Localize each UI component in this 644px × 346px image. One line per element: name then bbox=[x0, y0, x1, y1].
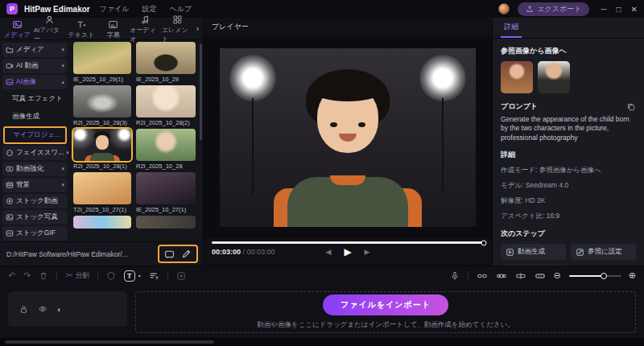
media-thumbnail[interactable] bbox=[136, 85, 196, 117]
sidebar-item-stock-gif[interactable]: ストックGIF bbox=[2, 226, 68, 241]
copy-icon[interactable] bbox=[626, 102, 636, 112]
sidebar-item-ai-video[interactable]: AI 動画▾ bbox=[2, 59, 68, 73]
media-thumbnail[interactable] bbox=[136, 129, 196, 161]
tab-subtitles[interactable]: 字幕 bbox=[97, 19, 129, 39]
media-thumbnail[interactable] bbox=[136, 216, 196, 229]
sidebar-item-video-enhance[interactable]: 動画強化▾ bbox=[2, 162, 68, 176]
player-stage bbox=[204, 37, 492, 238]
protect-button[interactable] bbox=[106, 271, 116, 281]
zoom-slider-knob[interactable] bbox=[601, 273, 607, 279]
sidebar-item-ai-image[interactable]: AI画像▴ bbox=[2, 75, 68, 89]
text-tool-icon: T bbox=[124, 270, 135, 282]
tabbar-expand-icon[interactable]: › bbox=[194, 24, 201, 33]
subtitle-icon bbox=[108, 19, 118, 30]
play-button[interactable]: ▶ bbox=[344, 246, 351, 257]
feedback-icon[interactable] bbox=[461, 4, 472, 14]
prev-frame-button[interactable]: ◀ bbox=[325, 248, 331, 256]
text-tool-button[interactable]: T▾ bbox=[124, 270, 141, 282]
media-thumbnail-selected[interactable] bbox=[73, 129, 131, 161]
sidebar-item-stock-photo[interactable]: ストック写真 bbox=[2, 210, 68, 224]
seek-knob[interactable] bbox=[481, 240, 487, 245]
media-item[interactable]: R2I_2025_10_28 bbox=[136, 129, 196, 170]
media-thumbnail[interactable] bbox=[73, 216, 131, 229]
zoom-to-fit-button[interactable] bbox=[176, 271, 186, 281]
media-thumbnail[interactable] bbox=[73, 42, 131, 74]
reference-image-2[interactable] bbox=[538, 61, 570, 93]
media-grid: IE_2025_10_29(1) IE_2025_10_29 R2I_2025_… bbox=[70, 40, 203, 241]
media-item-selected[interactable]: R2I_2025_10_28(1) bbox=[73, 129, 131, 170]
track-mode-button[interactable] bbox=[535, 270, 546, 282]
layout-icon[interactable] bbox=[443, 4, 453, 14]
tab-ai-avatar[interactable]: AIアバター bbox=[34, 14, 65, 43]
close-button[interactable]: ✕ bbox=[631, 5, 638, 14]
tab-media[interactable]: メディア bbox=[2, 19, 33, 39]
sidebar-item-background[interactable]: 背景▾ bbox=[2, 178, 68, 192]
path-actions-highlight bbox=[158, 245, 198, 263]
tab-text[interactable]: テキスト bbox=[66, 19, 97, 39]
sidebar-item-photo-effects[interactable]: 写真 エフェクト bbox=[2, 91, 68, 107]
media-thumbnail[interactable] bbox=[73, 85, 131, 117]
remove-subtitle-button[interactable] bbox=[149, 270, 159, 281]
voiceover-button[interactable] bbox=[450, 271, 460, 281]
media-item[interactable]: IE_2025_10_29 bbox=[136, 42, 196, 83]
media-item[interactable]: R2I_2025_10_28(2) bbox=[136, 85, 196, 126]
link-clips-button[interactable] bbox=[477, 270, 488, 282]
menu-help[interactable]: ヘルプ bbox=[167, 4, 196, 14]
media-item[interactable]: IE_2025_10_27(1) bbox=[136, 172, 196, 213]
sidebar-item-image-generation[interactable]: 画像生成 bbox=[2, 109, 68, 125]
maximize-button[interactable]: □ bbox=[617, 5, 621, 14]
stock-video-icon bbox=[6, 197, 14, 205]
delete-button[interactable] bbox=[39, 271, 48, 281]
prompt-label: プロンプト bbox=[501, 101, 538, 112]
grid-scrollbar[interactable] bbox=[200, 43, 202, 140]
import-files-button[interactable]: ファイルをインポート bbox=[323, 295, 448, 315]
next-frame-button[interactable]: ▶ bbox=[365, 248, 370, 256]
tab-elements[interactable]: エレメント bbox=[162, 14, 193, 43]
menu-file[interactable]: ファイル bbox=[97, 4, 133, 14]
media-item[interactable]: R2I_2025_10_28(3) bbox=[73, 85, 131, 126]
microphone-icon bbox=[450, 271, 460, 281]
media-thumbnail[interactable] bbox=[136, 42, 196, 74]
tab-details[interactable]: 詳細 bbox=[501, 22, 522, 38]
media-thumbnail[interactable] bbox=[136, 172, 196, 204]
media-item[interactable]: T2I_2025_10_27(1) bbox=[73, 172, 131, 213]
media-thumbnail[interactable] bbox=[73, 172, 131, 204]
minimize-button[interactable]: ─ bbox=[601, 5, 606, 14]
undo-button[interactable]: ↶ bbox=[8, 270, 15, 281]
eye-icon[interactable] bbox=[38, 304, 47, 314]
stock-gif-icon bbox=[6, 229, 14, 237]
lock-icon[interactable] bbox=[19, 305, 28, 314]
media-item[interactable] bbox=[73, 216, 131, 229]
timeline-zoom-slider[interactable] bbox=[569, 275, 621, 277]
avatar-icon bbox=[44, 14, 55, 25]
edit-pencil-icon[interactable] bbox=[181, 249, 192, 259]
seek-bar[interactable] bbox=[212, 241, 484, 244]
menu-settings[interactable]: 設定 bbox=[139, 4, 160, 14]
sidebar-item-face-swap[interactable]: フェイススワ...▾ bbox=[2, 146, 68, 160]
sidebar-item-stock-video[interactable]: ストック動画 bbox=[2, 194, 68, 208]
magnet-snap-button[interactable] bbox=[496, 270, 507, 282]
contrast-icon[interactable]: ◐ bbox=[57, 305, 62, 314]
tab-audio[interactable]: オーディオ bbox=[130, 14, 161, 43]
split-button[interactable]: ✂分割 bbox=[65, 270, 89, 281]
media-item[interactable] bbox=[136, 216, 196, 229]
titlebar: P HitPaw Edimakor ファイル 設定 ヘルプ エクスポート ─ □… bbox=[0, 0, 644, 18]
redo-button[interactable]: ↷ bbox=[23, 270, 31, 281]
generate-video-button[interactable]: 動画生成 bbox=[501, 244, 566, 260]
timeline-hscroll-thumb[interactable] bbox=[5, 340, 214, 344]
import-dropzone[interactable]: ファイルをインポート 動画や画像をここにドラッグまたはインポートして、動画作成を… bbox=[135, 291, 636, 333]
open-folder-icon[interactable] bbox=[164, 249, 175, 259]
user-avatar[interactable] bbox=[498, 3, 510, 14]
zoom-out-button[interactable]: ⊖ bbox=[554, 270, 561, 281]
app-window: P HitPaw Edimakor ファイル 設定 ヘルプ エクスポート ─ □… bbox=[0, 0, 644, 346]
export-button[interactable]: エクスポート bbox=[518, 2, 589, 16]
sidebar-item-media[interactable]: メディア▾ bbox=[2, 43, 68, 57]
download-icon[interactable] bbox=[480, 4, 490, 14]
studio-light-right bbox=[419, 55, 466, 101]
reference-image-1[interactable] bbox=[501, 61, 533, 93]
set-as-reference-button[interactable]: 参照に設定 bbox=[571, 244, 636, 260]
media-item[interactable]: IE_2025_10_29(1) bbox=[73, 42, 131, 83]
sidebar-item-my-projects[interactable]: マイプロジェ... bbox=[3, 126, 67, 144]
zoom-in-button[interactable]: ⊕ bbox=[629, 270, 636, 281]
auto-ripple-button[interactable] bbox=[515, 270, 526, 282]
